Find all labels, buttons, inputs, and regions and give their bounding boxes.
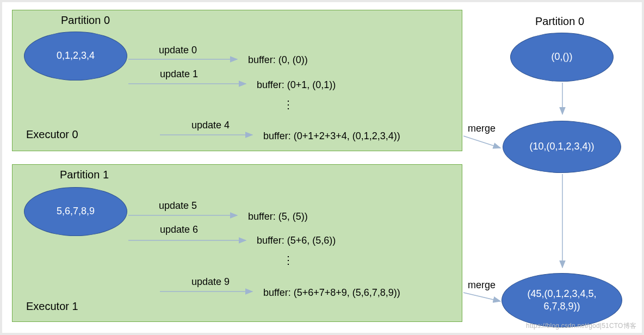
buffer-4-label: buffer: (0+1+2+3+4, (0,1,2,3,4)) — [263, 131, 400, 142]
partition-0-data-ellipse: 0,1,2,3,4 — [24, 32, 127, 80]
watermark-text: https://blog.csdn.net/god|51CTO博客 — [526, 321, 636, 331]
arrow-merge-0 — [463, 135, 506, 153]
right-ellipse-2: (45,(0,1,2,3,4,5, 6,7,8,9)) — [501, 273, 622, 327]
update-5-label: update 5 — [159, 200, 197, 212]
buffer-1-label: buffer: (0+1, (0,1)) — [257, 79, 336, 91]
buffer-9-label: buffer: (5+6+7+8+9, (5,6,7,8,9)) — [263, 287, 400, 299]
arrow-update-5 — [128, 210, 243, 221]
partition-1-data-ellipse: 5,6,7,8,9 — [24, 187, 127, 236]
right-ellipse-1-text: (10,(0,1,2,3,4)) — [529, 140, 594, 153]
right-ellipse-0: (0,()) — [510, 33, 614, 82]
right-ellipse-0-text: (0,()) — [552, 51, 573, 63]
partition-1-title: Partition 1 — [60, 169, 109, 181]
arrow-right-1-2 — [557, 174, 568, 273]
update-6-label: update 6 — [160, 224, 198, 235]
arrow-update-6 — [128, 235, 251, 246]
executor-1-label: Executor 1 — [26, 300, 78, 313]
ellipsis-0: ⋮ — [283, 98, 294, 111]
update-9-label: update 9 — [191, 276, 230, 288]
partition-0-title: Partition 0 — [61, 14, 110, 27]
merge-1-label: merge — [468, 280, 496, 291]
merge-0-label: merge — [468, 123, 496, 134]
svg-line-9 — [463, 293, 500, 301]
update-0-label: update 0 — [159, 45, 197, 56]
right-ellipse-1: (10,(0,1,2,3,4)) — [503, 121, 621, 173]
arrow-update-1 — [128, 78, 251, 89]
arrow-right-0-1 — [557, 83, 568, 121]
arrow-update-9 — [160, 286, 258, 297]
buffer-6-label: buffer: (5+6, (5,6)) — [257, 235, 336, 246]
partition-0-data-text: 0,1,2,3,4 — [57, 49, 95, 62]
svg-line-7 — [463, 136, 500, 148]
update-4-label: update 4 — [191, 120, 230, 131]
buffer-0-label: buffer: (0, (0)) — [248, 54, 308, 66]
arrow-update-4 — [160, 129, 258, 140]
right-partition-title: Partition 0 — [535, 15, 584, 28]
buffer-5-label: buffer: (5, (5)) — [248, 211, 308, 222]
update-1-label: update 1 — [160, 69, 198, 80]
executor-0-label: Executor 0 — [26, 128, 78, 141]
arrow-merge-1 — [463, 291, 506, 308]
right-ellipse-2-text: (45,(0,1,2,3,4,5, 6,7,8,9)) — [527, 288, 596, 313]
ellipsis-1: ⋮ — [283, 253, 294, 266]
partition-1-data-text: 5,6,7,8,9 — [57, 205, 95, 218]
